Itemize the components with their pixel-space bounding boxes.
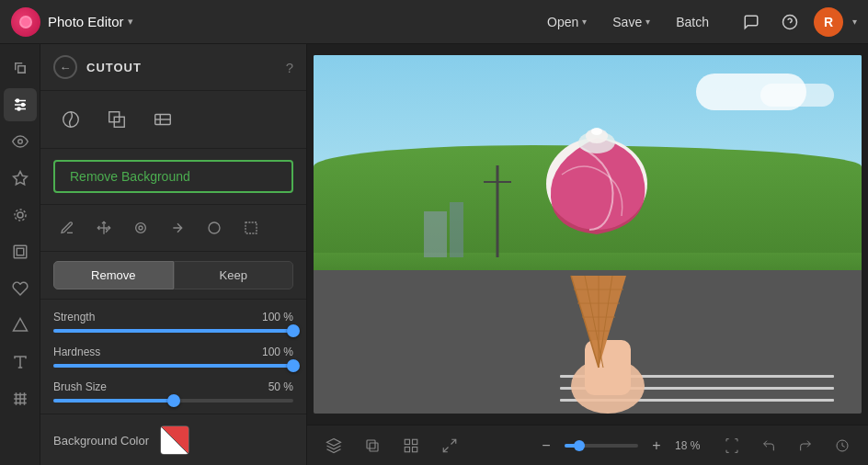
sidebar-item-eye[interactable] xyxy=(4,125,37,158)
svg-rect-2 xyxy=(17,66,25,74)
svg-point-12 xyxy=(15,210,26,221)
sidebar-item-heart[interactable] xyxy=(4,272,37,305)
bg-color-swatch[interactable] xyxy=(160,425,189,455)
svg-point-8 xyxy=(17,108,20,110)
svg-rect-65 xyxy=(413,447,417,451)
svg-rect-60 xyxy=(370,443,378,451)
tool-icons-row xyxy=(40,91,306,149)
batch-label: Batch xyxy=(676,15,709,29)
panel-header: ← CUTOUT ? xyxy=(40,44,306,91)
avatar-chevron[interactable]: ▾ xyxy=(852,17,857,27)
brush-size-thumb[interactable] xyxy=(167,394,180,407)
zoom-plus-button[interactable]: + xyxy=(645,435,668,457)
help-button[interactable] xyxy=(775,7,805,37)
brush-transform-icon[interactable] xyxy=(90,214,118,242)
avatar[interactable]: R xyxy=(814,7,843,37)
strength-slider[interactable] xyxy=(53,329,293,333)
zoom-slider-thumb[interactable] xyxy=(574,440,585,451)
strength-thumb[interactable] xyxy=(287,324,300,337)
expand-icon[interactable] xyxy=(436,432,463,459)
sidebar-item-adjust[interactable] xyxy=(4,88,37,121)
batch-button[interactable]: Batch xyxy=(663,9,722,35)
cutout-overlay-icon[interactable] xyxy=(99,102,134,137)
panel-help-button[interactable]: ? xyxy=(286,60,293,75)
navbar: Photo Editor ▾ Open ▾ Save ▾ Batch R ▾ xyxy=(0,0,868,44)
brush-size-slider[interactable] xyxy=(53,399,293,403)
svg-point-9 xyxy=(17,140,22,144)
remove-toggle-button[interactable]: Remove xyxy=(53,261,174,289)
svg-line-66 xyxy=(451,439,456,444)
svg-point-6 xyxy=(16,99,18,102)
svg-marker-10 xyxy=(13,172,27,185)
redo-icon[interactable] xyxy=(793,433,818,459)
brush-pencil-icon[interactable] xyxy=(53,214,81,242)
brush-arrow-icon[interactable] xyxy=(164,214,191,242)
svg-rect-61 xyxy=(367,440,375,448)
hardness-fill xyxy=(53,364,293,368)
svg-point-32 xyxy=(136,223,146,233)
svg-point-11 xyxy=(17,212,23,218)
canvas-image xyxy=(314,55,862,414)
brush-tools-row xyxy=(40,205,306,252)
sliders-section: Strength 100 % Hardness 100 % xyxy=(40,300,306,414)
svg-point-33 xyxy=(139,226,143,230)
layers-icon[interactable] xyxy=(320,432,348,459)
navbar-right: R ▾ xyxy=(737,7,857,37)
icon-sidebar xyxy=(0,44,40,465)
zoom-value: 18 % xyxy=(675,439,708,452)
canvas-area: − + 18 % xyxy=(307,44,868,465)
hardness-slider[interactable] xyxy=(53,364,293,368)
sidebar-item-effects[interactable] xyxy=(4,198,37,232)
open-label: Open xyxy=(547,15,578,29)
brush-bubble-icon[interactable] xyxy=(127,214,154,242)
app-name-chevron[interactable]: ▾ xyxy=(128,16,133,28)
icecream-svg xyxy=(314,55,862,414)
svg-point-7 xyxy=(21,104,24,107)
brush-circle-icon[interactable] xyxy=(200,214,228,242)
chat-button[interactable] xyxy=(737,7,766,37)
svg-point-34 xyxy=(209,222,220,233)
brush-size-label: Brush Size xyxy=(53,380,107,393)
svg-marker-15 xyxy=(13,319,27,332)
keep-toggle-button[interactable]: Keep xyxy=(174,261,294,289)
svg-rect-13 xyxy=(14,245,27,258)
cutout-smart-icon[interactable] xyxy=(53,102,88,137)
panel-title: CUTOUT xyxy=(86,61,277,74)
bg-color-label: Background Color xyxy=(53,434,149,448)
sidebar-item-texture[interactable] xyxy=(4,382,37,415)
grid-icon[interactable] xyxy=(397,432,425,459)
sidebar-item-crop[interactable] xyxy=(4,51,37,85)
canvas-viewport[interactable] xyxy=(307,44,868,425)
brush-size-slider-row: Brush Size 50 % xyxy=(53,380,293,403)
cutout-erase-icon[interactable] xyxy=(145,102,180,137)
svg-rect-40 xyxy=(424,211,447,257)
open-button[interactable]: Open ▾ xyxy=(534,9,600,35)
hardness-slider-row: Hardness 100 % xyxy=(53,346,293,368)
hardness-label: Hardness xyxy=(53,346,100,358)
history-icon[interactable] xyxy=(829,433,855,459)
panel-back-button[interactable]: ← xyxy=(53,55,77,79)
strength-label: Strength xyxy=(53,311,95,323)
svg-rect-14 xyxy=(17,248,24,255)
duplicate-icon[interactable] xyxy=(359,432,386,459)
zoom-slider[interactable] xyxy=(565,444,638,448)
sidebar-item-text[interactable] xyxy=(4,346,37,379)
logo-inner xyxy=(19,16,32,28)
brush-dashed-icon[interactable] xyxy=(237,214,265,242)
open-chevron: ▾ xyxy=(582,17,587,27)
remove-keep-toggle: Remove Keep xyxy=(40,252,306,300)
hardness-thumb[interactable] xyxy=(287,359,300,372)
sidebar-item-frame[interactable] xyxy=(4,235,37,268)
brush-size-fill xyxy=(53,399,174,403)
save-button[interactable]: Save ▾ xyxy=(600,9,663,35)
main: ← CUTOUT ? xyxy=(0,44,868,465)
remove-background-button[interactable]: Remove Background xyxy=(53,160,293,193)
svg-rect-41 xyxy=(450,202,463,257)
sidebar-item-star[interactable] xyxy=(4,162,37,195)
hardness-value: 100 % xyxy=(262,346,293,358)
undo-icon[interactable] xyxy=(756,433,782,459)
sidebar-item-shape[interactable] xyxy=(4,309,37,342)
zoom-minus-button[interactable]: − xyxy=(535,435,557,457)
fit-icon[interactable] xyxy=(719,433,745,459)
save-chevron: ▾ xyxy=(645,17,650,27)
